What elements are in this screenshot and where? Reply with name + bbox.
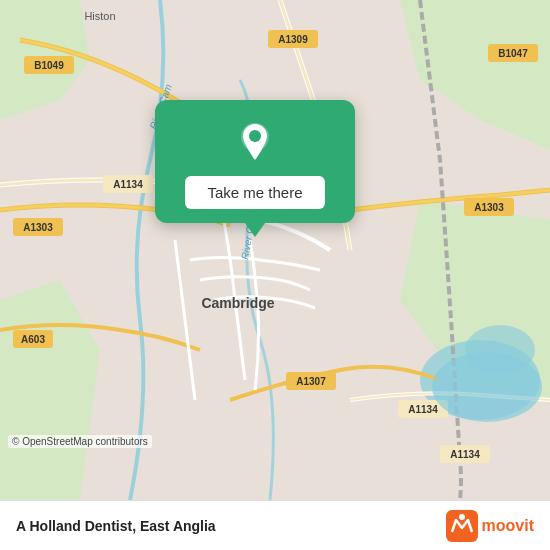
location-name: A Holland Dentist, East Anglia [16, 518, 216, 534]
take-me-there-button[interactable]: Take me there [185, 176, 324, 209]
svg-text:A603: A603 [21, 334, 45, 345]
svg-text:Cambridge: Cambridge [201, 295, 274, 311]
svg-text:A1309: A1309 [278, 34, 308, 45]
moovit-brand-icon [446, 510, 478, 542]
svg-text:B1047: B1047 [498, 48, 528, 59]
svg-text:B1049: B1049 [34, 60, 64, 71]
svg-point-33 [249, 130, 261, 142]
svg-text:A1303: A1303 [23, 222, 53, 233]
map-container: B1049 A1309 B1047 A1134 A1303 A1303 A603… [0, 0, 550, 500]
svg-point-35 [459, 514, 465, 520]
svg-text:A1134: A1134 [450, 449, 480, 460]
svg-text:A1134: A1134 [408, 404, 438, 415]
moovit-brand-text: moovit [482, 517, 534, 535]
popup-card: Take me there [155, 100, 355, 223]
location-pin-icon [231, 118, 279, 166]
svg-point-31 [432, 352, 542, 422]
svg-text:Histon: Histon [84, 10, 115, 22]
bottom-bar: A Holland Dentist, East Anglia moovit [0, 500, 550, 550]
svg-text:A1307: A1307 [296, 376, 326, 387]
moovit-logo: moovit [446, 510, 534, 542]
location-info: A Holland Dentist, East Anglia [16, 518, 216, 534]
svg-text:A1303: A1303 [474, 202, 504, 213]
svg-text:A1134: A1134 [113, 179, 143, 190]
osm-credit: © OpenStreetMap contributors [8, 435, 152, 448]
